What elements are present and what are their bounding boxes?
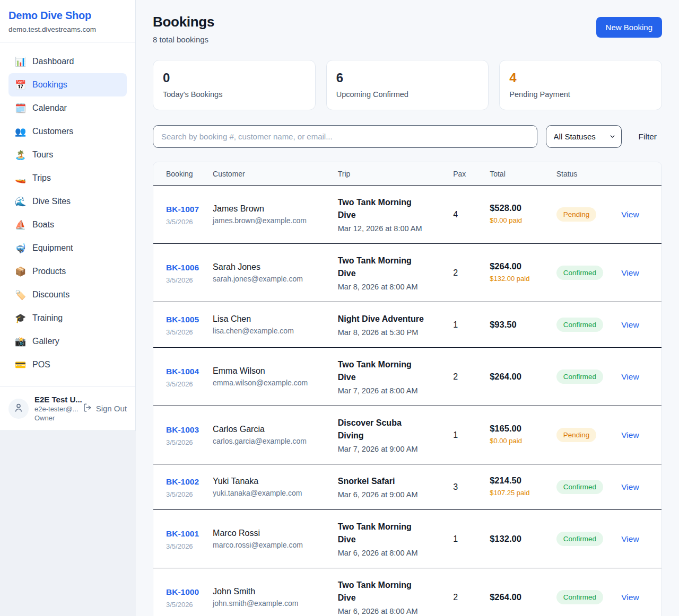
trip-datetime: Mar 12, 2026 at 8:00 AM <box>338 224 449 233</box>
booking-link[interactable]: BK-1004 <box>166 365 201 378</box>
sidebar-item-tours[interactable]: 🏝️ Tours <box>8 143 127 166</box>
booking-link[interactable]: BK-1003 <box>166 424 201 436</box>
nav-icon: 🏝️ <box>15 149 25 161</box>
customer-email: carlos.garcia@example.com <box>213 437 334 445</box>
sidebar-item-label: Equipment <box>32 243 73 253</box>
customer-email: marco.rossi@example.com <box>213 541 334 549</box>
sidebar-item-discounts[interactable]: 🏷️ Discounts <box>8 283 127 306</box>
status-badge: Confirmed <box>556 369 603 384</box>
trip-name: Two Tank Morning Dive <box>338 579 424 604</box>
paid-amount: $0.00 paid <box>490 216 532 225</box>
status-select[interactable]: All Statuses <box>546 125 622 148</box>
table-row: BK-1004 3/5/2026 Emma Wilson emma.wilson… <box>153 348 661 406</box>
sidebar-item-equipment[interactable]: 🤿 Equipment <box>8 236 127 260</box>
trip-datetime: Mar 6, 2026 at 8:00 AM <box>338 607 449 615</box>
sidebar-item-customers[interactable]: 👥 Customers <box>8 120 127 143</box>
sidebar-item-boats[interactable]: ⛵ Boats <box>8 213 127 236</box>
status-badge: Confirmed <box>556 532 603 546</box>
user-name: E2E Test U... <box>34 395 77 404</box>
booking-date: 3/5/2026 <box>166 328 208 336</box>
search-input[interactable] <box>153 125 537 148</box>
trip-datetime: Mar 7, 2026 at 8:00 AM <box>338 386 449 395</box>
table-row: BK-1000 3/5/2026 John Smith john.smith@e… <box>153 568 661 616</box>
nav-icon: 🎓 <box>15 313 25 324</box>
view-link[interactable]: View <box>621 320 639 329</box>
col-header-customer: Customer <box>213 162 338 186</box>
table-row: BK-1006 3/5/2026 Sarah Jones sarah.jones… <box>153 244 661 302</box>
nav-icon: 🌊 <box>15 196 25 207</box>
booking-link[interactable]: BK-1005 <box>166 313 201 326</box>
view-link[interactable]: View <box>621 593 639 602</box>
sidebar-item-gallery[interactable]: 📸 Gallery <box>8 330 127 353</box>
trip-name: Two Tank Morning Dive <box>338 358 424 384</box>
table-row: BK-1003 3/5/2026 Carlos Garcia carlos.ga… <box>153 406 661 464</box>
sidebar-item-dive-sites[interactable]: 🌊 Dive Sites <box>8 190 127 213</box>
sidebar-item-label: Customers <box>32 127 73 136</box>
shop-name[interactable]: Demo Dive Shop <box>8 10 127 22</box>
user-role: Owner <box>34 414 77 422</box>
sidebar-item-label: Dive Sites <box>32 197 71 206</box>
nav-icon: ⛵ <box>15 219 25 231</box>
sign-out-button[interactable]: Sign Out <box>83 403 127 414</box>
booking-link[interactable]: BK-1001 <box>166 527 201 540</box>
trip-datetime: Mar 8, 2026 at 5:30 PM <box>338 328 449 337</box>
view-link[interactable]: View <box>621 430 639 439</box>
customer-name: Carlos Garcia <box>213 425 334 434</box>
sidebar-item-training[interactable]: 🎓 Training <box>8 306 127 330</box>
booking-link[interactable]: BK-1007 <box>166 203 201 216</box>
nav-icon: 🏷️ <box>15 289 25 301</box>
bookings-table-card: Booking Customer Trip Pax Total Status B… <box>153 162 662 616</box>
col-header-status: Status <box>556 162 622 186</box>
booking-date: 3/5/2026 <box>166 380 208 388</box>
user-block: E2E Test U... e2e-tester@... Owner Sign … <box>0 386 135 430</box>
total-amount: $214.50 <box>490 476 552 486</box>
pax-value: 2 <box>453 372 458 381</box>
sidebar-item-label: Gallery <box>32 337 59 346</box>
filter-button[interactable]: Filter <box>639 132 657 142</box>
page-header: Bookings 8 total bookings New Booking <box>153 14 662 44</box>
sidebar-item-label: Products <box>32 267 66 276</box>
stat-value: 4 <box>509 71 652 85</box>
customer-email: sarah.jones@example.com <box>213 275 334 283</box>
sidebar-item-calendar[interactable]: 🗓️ Calendar <box>8 96 127 120</box>
view-link[interactable]: View <box>621 534 639 543</box>
booking-link[interactable]: BK-1000 <box>166 586 201 599</box>
status-badge: Confirmed <box>556 318 603 332</box>
booking-link[interactable]: BK-1006 <box>166 261 201 274</box>
sidebar-item-dashboard[interactable]: 📊 Dashboard <box>8 50 127 73</box>
table-header: Booking Customer Trip Pax Total Status <box>153 162 661 186</box>
sign-out-label: Sign Out <box>96 404 127 413</box>
view-link[interactable]: View <box>621 372 639 381</box>
booking-link[interactable]: BK-1002 <box>166 476 201 488</box>
sidebar-item-products[interactable]: 📦 Products <box>8 260 127 283</box>
total-amount: $93.50 <box>490 320 552 330</box>
stat-label: Upcoming Confirmed <box>336 90 479 99</box>
new-booking-button[interactable]: New Booking <box>596 17 662 38</box>
trip-name: Night Dive Adventure <box>338 313 424 325</box>
sidebar-item-bookings[interactable]: 📅 Bookings <box>8 73 127 96</box>
col-header-booking: Booking <box>153 162 213 186</box>
pax-value: 2 <box>453 593 458 602</box>
customer-name: James Brown <box>213 204 334 214</box>
stat-card-upcoming-confirmed: 6 Upcoming Confirmed <box>326 60 489 110</box>
col-header-total: Total <box>490 162 556 186</box>
view-link[interactable]: View <box>621 210 639 219</box>
page-subtitle: 8 total bookings <box>153 35 214 44</box>
table-row: BK-1002 3/5/2026 Yuki Tanaka yuki.tanaka… <box>153 464 661 510</box>
trip-name: Snorkel Safari <box>338 475 424 488</box>
sidebar-item-label: Trips <box>32 173 51 183</box>
trip-name: Discover Scuba Diving <box>338 417 424 442</box>
total-amount: $264.00 <box>490 261 552 271</box>
sidebar-item-label: Dashboard <box>32 57 74 66</box>
view-link[interactable]: View <box>621 482 639 491</box>
sidebar-item-trips[interactable]: 🚤 Trips <box>8 166 127 190</box>
nav-icon: 🗓️ <box>15 103 25 114</box>
view-link[interactable]: View <box>621 268 639 277</box>
sidebar-item-pos[interactable]: 💳 POS <box>8 353 127 376</box>
pax-value: 3 <box>453 482 458 491</box>
customer-name: Sarah Jones <box>213 262 334 272</box>
stat-value: 6 <box>336 71 479 85</box>
stats-row: 0 Today's Bookings 6 Upcoming Confirmed … <box>153 60 662 110</box>
sign-out-icon <box>83 403 92 414</box>
nav-icon: 🚤 <box>15 173 25 184</box>
